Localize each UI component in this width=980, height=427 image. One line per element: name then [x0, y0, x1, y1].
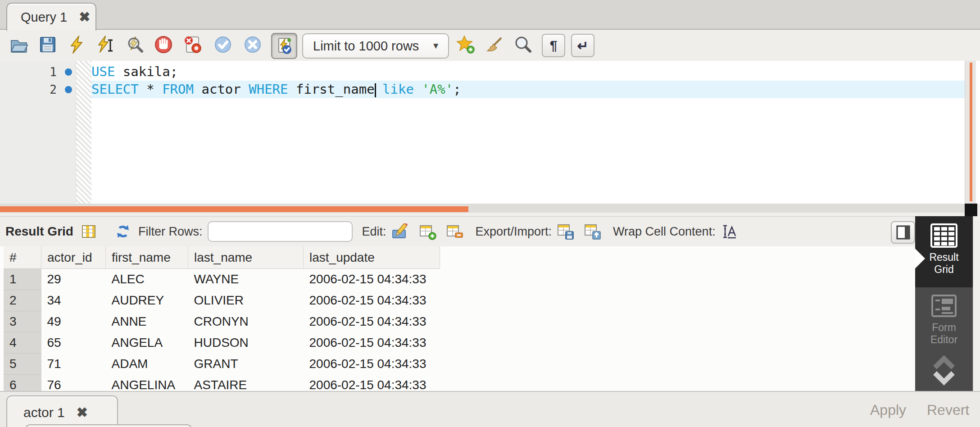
- commit-icon[interactable]: [213, 35, 233, 55]
- column-header-first_name[interactable]: first_name: [106, 246, 188, 269]
- revert-button[interactable]: Revert: [927, 402, 969, 418]
- vertical-scrollbar-thumb[interactable]: [970, 63, 972, 201]
- data-cell[interactable]: 2006-02-15 04:34:33: [304, 375, 440, 391]
- side-panel-form-editor[interactable]: Form Editor: [915, 287, 973, 350]
- apply-button[interactable]: Apply: [870, 402, 906, 418]
- data-cell[interactable]: CRONYN: [188, 311, 304, 332]
- wrap-cell-content-icon[interactable]: [722, 223, 738, 240]
- beautify-icon[interactable]: [485, 35, 504, 55]
- data-cell[interactable]: 65: [41, 332, 106, 354]
- new-snippet-icon[interactable]: [456, 35, 476, 55]
- row-number-cell[interactable]: 4: [4, 332, 41, 354]
- row-number-cell[interactable]: 6: [4, 375, 41, 391]
- tab-query-1[interactable]: Query 1 ✖: [6, 3, 96, 31]
- data-cell[interactable]: 29: [41, 269, 106, 290]
- code-line[interactable]: 2SELECT * FROM actor WHERE first_name li…: [0, 81, 965, 98]
- row-number-cell[interactable]: 2: [4, 290, 41, 311]
- rollback-icon[interactable]: [243, 35, 263, 55]
- tab-actor-1[interactable]: actor 1 ✖: [6, 395, 118, 427]
- data-cell[interactable]: 2006-02-15 04:34:33: [304, 354, 440, 375]
- export-recordset-icon[interactable]: [557, 223, 574, 240]
- active-panel-arrow-icon: [915, 249, 925, 268]
- wrap-return-icon: ↵: [577, 38, 588, 54]
- data-cell[interactable]: OLIVIER: [188, 290, 304, 311]
- result-grid-title: Result Grid: [5, 224, 73, 239]
- data-cell[interactable]: 2006-02-15 04:34:33: [304, 290, 440, 311]
- filter-rows-input[interactable]: [213, 223, 366, 240]
- find-icon[interactable]: [513, 35, 533, 55]
- table-row[interactable]: 465ANGELAHUDSON2006-02-15 04:34:33: [4, 332, 440, 354]
- column-header-last_name[interactable]: last_name: [188, 246, 304, 269]
- delete-row-icon[interactable]: [446, 223, 463, 240]
- data-cell[interactable]: 76: [41, 375, 106, 391]
- data-cell[interactable]: ALEC: [106, 269, 188, 290]
- result-grid[interactable]: #actor_idfirst_namelast_namelast_update …: [0, 246, 915, 391]
- table-row[interactable]: 234AUDREYOLIVIER2006-02-15 04:34:33: [4, 290, 440, 311]
- refresh-icon[interactable]: [115, 223, 131, 240]
- data-cell[interactable]: AUDREY: [106, 290, 188, 311]
- toggle-side-panel-button[interactable]: [891, 221, 915, 244]
- data-cell[interactable]: 2006-02-15 04:34:33: [304, 332, 440, 354]
- side-panel-result-grid[interactable]: Result Grid: [915, 216, 973, 287]
- open-script-icon[interactable]: [9, 35, 29, 55]
- data-cell[interactable]: HUDSON: [188, 332, 304, 354]
- toggle-word-wrap-button[interactable]: ↵: [571, 34, 594, 57]
- table-row[interactable]: 571ADAMGRANT2006-02-15 04:34:33: [4, 354, 440, 375]
- toggle-autocommit-button[interactable]: [271, 33, 297, 59]
- editor-vertical-scrollbar[interactable]: [965, 61, 976, 204]
- table-row[interactable]: 676ANGELINAASTAIRE2006-02-15 04:34:33: [4, 375, 440, 391]
- horizontal-scrollbar-thumb[interactable]: [0, 206, 468, 212]
- import-records-icon[interactable]: [584, 223, 601, 240]
- result-grid-panel-icon: [930, 223, 957, 248]
- execute-icon[interactable]: [67, 35, 86, 55]
- editor-code-lines: 1USE sakila;2SELECT * FROM actor WHERE f…: [0, 63, 965, 98]
- column-header-last_update[interactable]: last_update: [304, 246, 440, 269]
- wrap-cell-content-label: Wrap Cell Content:: [613, 225, 716, 239]
- execute-current-statement-icon[interactable]: [95, 35, 115, 55]
- statement-marker-icon: [61, 86, 76, 93]
- edit-label: Edit:: [362, 225, 386, 239]
- data-cell[interactable]: 2006-02-15 04:34:33: [304, 269, 440, 290]
- edit-record-icon[interactable]: [391, 223, 409, 240]
- insert-row-icon[interactable]: [419, 223, 436, 240]
- chevron-down-icon[interactable]: [931, 370, 957, 386]
- show-invisibles-button[interactable]: ¶: [542, 34, 565, 57]
- code-line[interactable]: 1USE sakila;: [0, 63, 965, 81]
- data-cell[interactable]: ASTAIRE: [188, 375, 304, 391]
- export-import-label: Export/Import:: [475, 225, 552, 239]
- grid-body: 129ALECWAYNE2006-02-15 04:34:33234AUDREY…: [4, 269, 440, 391]
- close-icon[interactable]: ✖: [77, 406, 88, 419]
- mysql-workbench-query-area: Query 1 ✖: [0, 0, 980, 427]
- result-table: #actor_idfirst_namelast_namelast_update …: [4, 246, 440, 391]
- result-grid-panel-label-line2: Grid: [929, 263, 958, 276]
- table-row[interactable]: 129ALECWAYNE2006-02-15 04:34:33: [4, 269, 440, 290]
- data-cell[interactable]: ADAM: [106, 354, 188, 375]
- data-cell[interactable]: 49: [41, 311, 106, 332]
- explain-icon[interactable]: [125, 35, 145, 55]
- result-grid-toolbar: Result Grid Filter Rows: Edit:: [0, 216, 980, 247]
- result-grid-panel-label-line1: Result: [929, 251, 958, 263]
- data-cell[interactable]: ANNE: [106, 311, 188, 332]
- column-header-rownum[interactable]: #: [4, 246, 41, 269]
- row-number-cell[interactable]: 1: [4, 269, 41, 290]
- toggle-stop-on-error-icon[interactable]: [183, 35, 203, 55]
- data-cell[interactable]: 71: [41, 354, 106, 375]
- stop-icon[interactable]: [154, 35, 173, 55]
- data-cell[interactable]: ANGELA: [106, 332, 188, 354]
- column-header-actor_id[interactable]: actor_id: [41, 246, 106, 269]
- row-number-cell[interactable]: 3: [4, 311, 41, 332]
- data-cell[interactable]: ANGELINA: [106, 375, 188, 391]
- data-cell[interactable]: WAYNE: [188, 269, 304, 290]
- limit-rows-dropdown[interactable]: Limit to 1000 rows ▼: [302, 33, 449, 59]
- row-number-cell[interactable]: 5: [4, 354, 41, 375]
- table-row[interactable]: 349ANNECRONYN2006-02-15 04:34:33: [4, 311, 440, 332]
- chevron-up-icon[interactable]: [931, 354, 957, 370]
- data-cell[interactable]: 2006-02-15 04:34:33: [304, 311, 440, 332]
- data-cell[interactable]: GRANT: [188, 354, 304, 375]
- data-cell[interactable]: 34: [41, 290, 106, 311]
- query-toolbar: Limit to 1000 rows ▼ ¶ ↵: [0, 30, 980, 61]
- save-script-icon[interactable]: [38, 35, 58, 55]
- sql-editor[interactable]: 1USE sakila;2SELECT * FROM actor WHERE f…: [0, 61, 980, 204]
- close-icon[interactable]: ✖: [79, 10, 90, 24]
- editor-horizontal-scrollbar[interactable]: [0, 204, 980, 216]
